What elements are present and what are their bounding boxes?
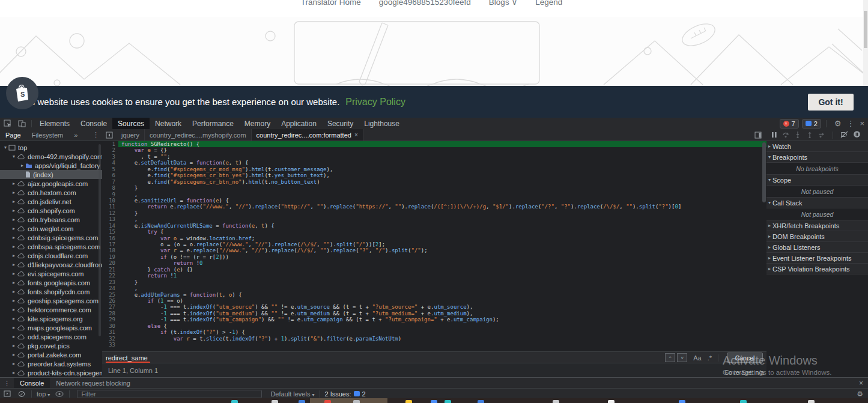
close-drawer-icon[interactable]: × — [859, 379, 863, 387]
taskbar-app-icon[interactable] — [553, 400, 559, 403]
taskbar-app-icon[interactable] — [353, 400, 360, 403]
taskbar-app-icon[interactable] — [405, 400, 412, 403]
privacy-policy-link[interactable]: Privacy Policy — [345, 97, 405, 108]
tree-item-demo-492-myshopify-com[interactable]: ▾demo-492.myshopify.com — [0, 152, 102, 161]
nav-link-blogs[interactable]: Blogs ∨ — [489, 0, 517, 17]
section-event-listener-breakpoints[interactable]: ▸Event Listener Breakpoints — [766, 253, 868, 264]
tree-item-odd-spicegems-com[interactable]: ▸odd.spicegems.com — [0, 332, 102, 341]
code-line[interactable]: 7 e.find("#spicegems_cr_btn_no").html(t.… — [102, 179, 766, 185]
code-line[interactable]: 28 -1 === t.indexOf("utm_medium") && "" … — [102, 311, 766, 317]
console-filter-input[interactable]: Filter — [77, 390, 262, 398]
taskbar-app-icon[interactable] — [679, 400, 685, 403]
chevron-right-icon[interactable]: ▸ — [11, 271, 17, 276]
chevron-right-icon[interactable]: ▸ — [19, 163, 25, 168]
code-line[interactable]: 20 return !0 — [102, 260, 766, 266]
frame-context-select[interactable]: top ▾ — [37, 390, 50, 398]
shopify-logo[interactable]: S — [6, 77, 38, 109]
regex-toggle[interactable]: .* — [708, 354, 712, 362]
sidebar-scrollbar[interactable] — [99, 144, 101, 336]
search-next-button[interactable]: v — [677, 353, 687, 362]
code-line[interactable]: 23 } — [102, 279, 766, 285]
tree-item-cdn-jsdelivr-net[interactable]: ▸cdn.jsdelivr.net — [0, 197, 102, 206]
tree-item-kite-spicegems-org[interactable]: ▸kite.spicegems.org — [0, 314, 102, 323]
chevron-right-icon[interactable]: ▸ — [11, 361, 17, 366]
inspect-element-icon[interactable] — [2, 120, 12, 128]
chevron-right-icon[interactable]: ▸ — [11, 208, 17, 213]
taskbar-app-icon[interactable] — [445, 400, 451, 403]
tree-item-portal-zakeke-com[interactable]: ▸portal.zakeke.com — [0, 350, 102, 359]
panel-tab-application[interactable]: Application — [276, 118, 322, 129]
code-line[interactable]: 32 var r = t.slice(t.indexOf("?") + 1).s… — [102, 336, 766, 342]
panel-tab-performance[interactable]: Performance — [187, 118, 239, 129]
section-csp-violation-breakpoints[interactable]: ▸CSP Violation Breakpoints — [766, 264, 868, 274]
code-line[interactable]: 2 var e = {} — [102, 147, 766, 153]
chevron-right-icon[interactable]: ▸ — [11, 343, 17, 348]
panel-tab-security[interactable]: Security — [322, 118, 359, 129]
chevron-right-icon[interactable]: ▸ — [11, 262, 17, 267]
settings-gear-icon[interactable]: ⚙ — [834, 119, 842, 128]
code-line[interactable]: 31 if (t.indexOf("?") > -1) { — [102, 329, 766, 335]
chevron-right-icon[interactable]: ▸ — [11, 244, 17, 249]
taskbar-app-icon[interactable] — [740, 400, 747, 403]
panel-tab-sources[interactable]: Sources — [112, 118, 150, 129]
kebab-menu-icon[interactable]: ⋮ — [846, 119, 854, 128]
section-breakpoints[interactable]: ▾Breakpoints — [766, 152, 868, 163]
chevron-right-icon[interactable]: ▸ — [11, 298, 17, 303]
chevron-down-icon[interactable]: ▾ — [11, 154, 17, 159]
code-line[interactable]: 11 return e.replace("//www.", "//").repl… — [102, 204, 766, 210]
taskbar-app-icon[interactable] — [299, 400, 305, 403]
section-global-listeners[interactable]: ▸Global Listeners — [766, 242, 868, 253]
tree-item-cdn-weglot-com[interactable]: ▸cdn.weglot.com — [0, 224, 102, 233]
chevron-right-icon[interactable]: ▸ — [11, 217, 17, 222]
taskbar-app-icon[interactable] — [324, 400, 331, 403]
error-badge[interactable]: × 7 — [780, 119, 799, 129]
tree-item-ajax-googleapis-com[interactable]: ▸ajax.googleapis.com — [0, 179, 102, 188]
taskbar-app-icon[interactable] — [431, 400, 437, 403]
editor-tab-country-redirec-myshopify-com[interactable]: country_redirec....myshopify.com — [145, 129, 252, 141]
chevron-down-icon[interactable]: ▾ — [2, 145, 8, 150]
taskbar-app-icon[interactable] — [608, 400, 615, 403]
tab-network-request-blocking[interactable]: Network request blocking — [50, 378, 136, 389]
code-line[interactable]: 24 , — [102, 285, 766, 291]
drawer-kebab-icon[interactable]: ⋮ — [4, 380, 10, 387]
tree-item-cdn-trybeans-com[interactable]: ▸cdn.trybeans.com — [0, 215, 102, 224]
panel-tab-memory[interactable]: Memory — [239, 118, 276, 129]
code-line[interactable]: 25 e.addUtmParams = function(t, o) { — [102, 292, 766, 298]
editor-tab-jquery[interactable]: jquery — [117, 129, 145, 141]
code-line[interactable]: 13 , — [102, 216, 766, 222]
code-line[interactable]: 15 try { — [102, 229, 766, 235]
tab-filesystem[interactable]: Filesystem — [26, 129, 69, 141]
tree-item-cdn-hextom-com[interactable]: ▸cdn.hextom.com — [0, 188, 102, 197]
console-sidebar-toggle-icon[interactable] — [2, 390, 12, 398]
code-line[interactable]: 8 } — [102, 185, 766, 191]
code-line[interactable]: 3 , t = ""; — [102, 154, 766, 160]
tree-item-fonts-shopifycdn-com[interactable]: ▸fonts.shopifycdn.com — [0, 287, 102, 296]
log-levels-select[interactable]: Default levels ▾ — [270, 390, 314, 398]
chevron-right-icon[interactable]: ▸ — [11, 253, 17, 258]
step-out-icon[interactable] — [806, 130, 813, 141]
step-into-icon[interactable] — [794, 130, 801, 141]
pause-on-exceptions-icon[interactable] — [853, 130, 861, 141]
tab-console[interactable]: Console — [14, 378, 50, 389]
chevron-right-icon[interactable]: ▸ — [11, 280, 17, 285]
chevron-right-icon[interactable]: ▸ — [11, 370, 17, 375]
eye-icon[interactable] — [55, 390, 64, 398]
code-line[interactable]: 21 } catch (e) {} — [102, 267, 766, 273]
chevron-right-icon[interactable]: ▸ — [11, 190, 17, 195]
search-input[interactable]: redirect_same — [106, 354, 148, 362]
code-line[interactable]: 14 e.isNewAndCurrentURLSame = function(e… — [102, 223, 766, 229]
panel-tab-lighthouse[interactable]: Lighthouse — [359, 118, 405, 129]
deactivate-breakpoints-icon[interactable] — [840, 130, 848, 141]
chevron-right-icon[interactable]: ▸ — [11, 235, 17, 240]
debugger-panel-toggle-icon[interactable] — [753, 131, 763, 139]
code-line[interactable]: 10 e.sanitizeUrl = function(e) { — [102, 198, 766, 204]
code-line[interactable]: 9 , — [102, 192, 766, 198]
chevron-right-icon[interactable]: ▸ — [11, 226, 17, 231]
code-line[interactable]: 26 if (1 == o) — [102, 298, 766, 304]
tree-item-apps-vig-liquid-factory[interactable]: ▸apps/vig/liquid_factory — [0, 161, 102, 170]
chevron-right-icon[interactable]: ▸ — [11, 334, 17, 339]
search-previous-button[interactable]: ^ — [665, 353, 675, 362]
nav-link-legend[interactable]: Legend — [535, 0, 562, 17]
code-line[interactable]: 27 -1 === t.indexOf("utm_source") && "" … — [102, 304, 766, 310]
taskbar-app-icon[interactable] — [272, 400, 278, 403]
